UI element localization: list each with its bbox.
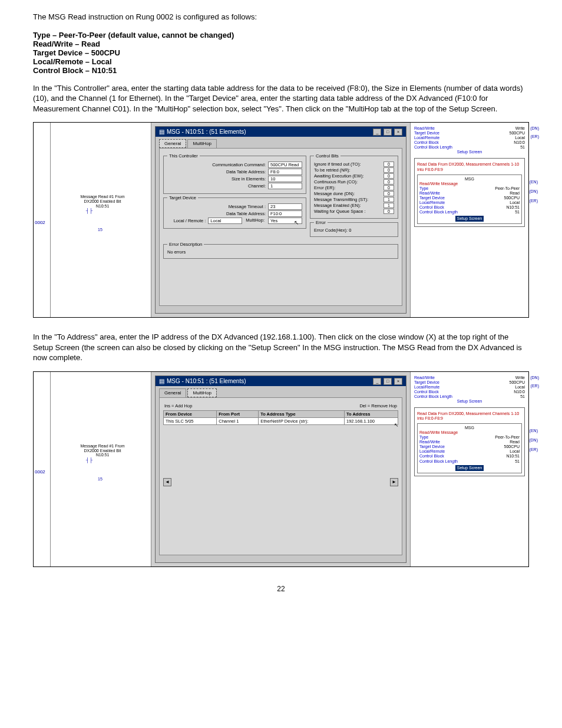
tab-multihop[interactable]: MultiHop — [187, 139, 217, 148]
r1m-td-lbl: Target Device — [419, 196, 445, 200]
channel-value[interactable]: 1 — [268, 183, 302, 189]
cb-nr-val[interactable]: 0 — [384, 167, 394, 173]
cfg-line-lr: Local/Remote – Local — [33, 57, 529, 66]
dialog-titlebar-2[interactable]: ▤ MSG - N10:51 : (51 Elements) _ □ × — [156, 376, 406, 386]
size-value[interactable]: 10 — [268, 176, 302, 182]
multihop-table[interactable]: From Device From Port To Address Type To… — [163, 410, 398, 425]
msg-label-2: MSG — [419, 426, 520, 430]
scroll-left-icon[interactable]: ◄ — [163, 478, 171, 486]
r2-rw-lbl: Read/Write — [414, 375, 435, 380]
r1-cbl-lbl: Control Block Length — [414, 145, 452, 150]
multihop-value[interactable]: Yes — [268, 218, 302, 224]
r2-cb-lbl: Control Block — [414, 390, 439, 394]
hint-del: Del = Remove Hop — [359, 403, 397, 409]
hint-ins: Ins = Add Hop — [164, 403, 192, 409]
close-icon[interactable]: × — [394, 129, 402, 136]
r1m-setup-screen[interactable]: Setup Screen — [455, 216, 484, 222]
close-icon-2[interactable]: × — [394, 378, 402, 385]
r2m-rw-lbl: Read/Write — [419, 440, 440, 444]
comm-cmd-value[interactable]: 500CPU Read — [268, 162, 302, 168]
r2m-lr-val: Local — [510, 449, 520, 454]
r1-cb-val: N10:0 — [514, 140, 525, 145]
cell-to-addr-type[interactable]: EtherNet/IP Device (str): — [259, 417, 345, 424]
r2m-td-val: 500CPU — [504, 444, 520, 449]
r2m-rw-val: Read — [510, 440, 520, 444]
cell-from-port[interactable]: Channel 1 — [217, 417, 259, 424]
r2-cbl-val: 51 — [520, 394, 525, 399]
table-row[interactable]: This SLC 5/05 Channel 1 EtherNet/IP Devi… — [164, 417, 398, 424]
cb-dn-val[interactable]: 0 — [384, 191, 394, 196]
r1m-type-lbl: Type — [419, 186, 428, 191]
cell-from-device[interactable]: This SLC 5/05 — [164, 417, 217, 424]
cb-en-label: Message Enabled (EN): — [314, 203, 361, 208]
local-remote-value[interactable]: Local — [208, 218, 242, 224]
channel-label: Channel: — [167, 183, 268, 189]
en-flag-icon-2: (EN) — [530, 429, 538, 433]
horizontal-scrollbar[interactable]: ◄ ► — [163, 478, 398, 486]
ladder-address-2: N10:51 — [96, 453, 110, 457]
r2m-setup-screen[interactable]: Setup Screen — [455, 465, 484, 471]
dialog-title: MSG - N10:51 : (51 Elements) — [167, 129, 246, 135]
dn-flag-icon-4: (DN) — [529, 438, 538, 443]
dn-flag-icon: (DN) — [530, 126, 539, 131]
minimize-icon-2[interactable]: _ — [373, 378, 381, 385]
tab-body-general: This Controller Communication Command:50… — [159, 148, 402, 306]
cb-er-val[interactable]: 0 — [384, 185, 394, 190]
col-to-address: To Address — [344, 410, 398, 417]
dn-flag-icon-2: (DN) — [529, 189, 538, 194]
xic-contact-icon-2: ┤├ — [86, 457, 92, 463]
r1m-lr-val: Local — [510, 200, 520, 205]
tab-multihop-2[interactable]: MultiHop — [187, 388, 217, 397]
r2m-cb-lbl: Control Block — [419, 454, 444, 459]
r1-td-lbl: Target Device — [414, 131, 439, 136]
app-icon-2: ▤ — [159, 378, 164, 384]
tab-body-multihop: Ins = Add Hop Del = Remove Hop From Devi… — [159, 397, 402, 555]
window-buttons-2: _ □ × — [372, 377, 402, 385]
rwm-label: Read/Write Message — [419, 182, 520, 186]
cb-ew-val[interactable]: 0 — [384, 173, 394, 179]
r2m-type-lbl: Type — [419, 435, 428, 440]
r2-setup-screen[interactable]: Setup Screen — [414, 399, 525, 404]
cell-to-address[interactable]: 192.168.1.100 ↖ — [344, 417, 398, 424]
rung-number-2: 0002 — [35, 469, 45, 475]
r1-lr-val: Local — [515, 136, 525, 140]
cb-co-val[interactable]: 0 — [384, 179, 394, 185]
ladder-text-line-2: Message Read #1 From DX2000 Enabled Bit — [80, 444, 124, 453]
tab-general-2[interactable]: General — [159, 388, 186, 397]
r1m-rw-val: Read — [510, 191, 520, 196]
dn-flag-icon-3: (DN) — [530, 375, 539, 380]
ladder-bit-number: 15 — [98, 228, 103, 232]
msg-timeout-value[interactable]: 23 — [268, 203, 302, 210]
r2-td-lbl: Target Device — [414, 380, 439, 385]
screenshot-multihop-tab: 0002 Message Read #1 From DX2000 Enabled… — [33, 371, 529, 567]
local-remote-label: Local / Remote : — [167, 218, 208, 223]
minimize-icon[interactable]: _ — [373, 129, 381, 136]
r2m-cbl-val: 51 — [515, 459, 520, 464]
tab-general[interactable]: General — [159, 139, 186, 148]
r1m-cb-lbl: Control Block — [419, 205, 444, 210]
scroll-right-icon[interactable]: ► — [390, 478, 398, 486]
cb-en-val[interactable]: 1 — [384, 203, 394, 208]
r1m-cbl-lbl: Control Block Length — [419, 210, 458, 215]
cb-st-val[interactable]: 1 — [384, 197, 394, 202]
r1-rw-val: Write — [515, 126, 525, 131]
cb-to-val[interactable]: 0 — [384, 162, 394, 167]
error-legend: Error — [314, 220, 328, 225]
target-dta-value[interactable]: F10:0 — [268, 210, 302, 217]
r2m-cb-val: N10:51 — [506, 454, 520, 459]
maximize-icon[interactable]: □ — [384, 129, 392, 136]
r1m-rw-lbl: Read/Write — [419, 191, 440, 196]
r1-setup-screen[interactable]: Setup Screen — [414, 150, 525, 154]
r2m-td-lbl: Target Device — [419, 444, 445, 449]
paragraph-3: In the "To Address" area, enter the IP a… — [33, 332, 529, 363]
dta-value[interactable]: F8:0 — [268, 169, 302, 175]
cb-wq-val[interactable]: 0 — [384, 209, 394, 214]
error-description-legend: Error Description — [167, 242, 204, 247]
dialog-titlebar[interactable]: ▤ MSG - N10:51 : (51 Elements) _ □ × — [156, 127, 406, 137]
cursor-icon-2: ↖ — [394, 422, 399, 428]
r1-td-val: 500CPU — [510, 131, 525, 136]
cfg-line-target: Target Device – 500CPU — [33, 48, 529, 57]
maximize-icon-2[interactable]: □ — [384, 378, 392, 385]
size-label: Size in Elements: — [167, 176, 268, 182]
r2m-cbl-lbl: Control Block Length — [419, 459, 458, 464]
